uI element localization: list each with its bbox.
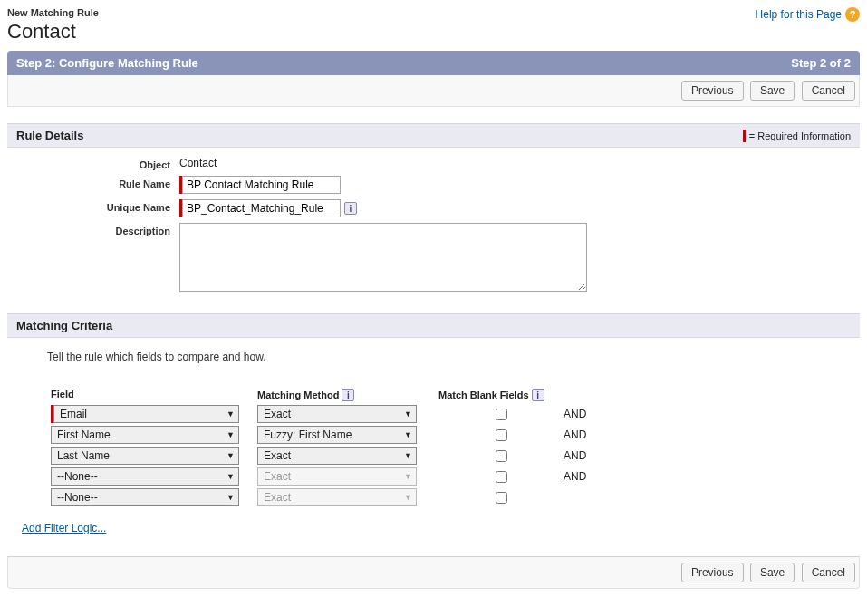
matching-criteria-header: Matching Criteria <box>7 313 860 338</box>
unique-name-label: Unique Name <box>16 199 179 213</box>
required-legend-text: = Required Information <box>749 130 851 141</box>
matching-method-value: Exact <box>264 449 291 462</box>
logic-operator: AND <box>564 408 618 420</box>
criteria-row: --None--▼Exact▼AND <box>51 467 843 486</box>
rule-name-row: Rule Name <box>16 176 851 194</box>
col-field-header: Field <box>51 389 257 401</box>
field-select-value: Last Name <box>57 449 110 462</box>
cancel-button[interactable]: Cancel <box>802 81 855 101</box>
page-header: New Matching Rule Contact Help for this … <box>7 7 860 43</box>
chevron-down-icon: ▼ <box>404 451 412 460</box>
logic-operator: AND <box>564 449 618 462</box>
field-select[interactable]: Last Name▼ <box>51 447 239 465</box>
chevron-down-icon: ▼ <box>404 409 412 419</box>
chevron-down-icon: ▼ <box>226 472 235 481</box>
help-link-label: Help for this Page <box>756 8 842 21</box>
unique-name-input[interactable] <box>182 199 341 217</box>
logic-operator: AND <box>564 428 618 441</box>
field-select-value: --None-- <box>57 470 98 483</box>
col-logic-header <box>564 389 618 401</box>
matching-method-value: Exact <box>264 491 291 504</box>
field-select-value: Email <box>60 408 87 420</box>
rule-details-header: Rule Details = Required Information <box>7 123 860 148</box>
chevron-down-icon: ▼ <box>404 472 412 481</box>
matching-method-select[interactable]: Fuzzy: First Name▼ <box>257 426 417 444</box>
chevron-down-icon: ▼ <box>226 409 235 419</box>
matching-method-select: Exact▼ <box>257 467 417 486</box>
cancel-button[interactable]: Cancel <box>802 563 855 582</box>
matching-method-select: Exact▼ <box>257 488 417 506</box>
chevron-down-icon: ▼ <box>226 451 235 460</box>
criteria-row: First Name▼Fuzzy: First Name▼AND <box>51 426 843 444</box>
matching-method-value: Fuzzy: First Name <box>264 428 352 441</box>
help-link[interactable]: Help for this Page ? <box>756 7 860 22</box>
matching-method-value: Exact <box>264 408 291 420</box>
match-blank-checkbox[interactable] <box>496 471 507 483</box>
chevron-down-icon: ▼ <box>226 493 235 502</box>
field-select-value: First Name <box>57 428 111 441</box>
field-select[interactable]: Email▼ <box>53 405 239 423</box>
step-bar-progress: Step 2 of 2 <box>791 56 851 70</box>
description-label: Description <box>16 223 179 236</box>
step-bar: Step 2: Configure Matching Rule Step 2 o… <box>7 51 860 75</box>
object-row: Object Contact <box>16 157 851 170</box>
button-row-top: Previous Save Cancel <box>7 75 860 107</box>
unique-name-row: Unique Name i <box>16 199 851 217</box>
previous-button[interactable]: Previous <box>681 81 744 101</box>
col-method-header: Matching Method i <box>257 389 438 401</box>
rule-details-title: Rule Details <box>16 129 83 142</box>
rule-details-body: Object Contact Rule Name Unique Name i D… <box>7 148 860 313</box>
criteria-row: Email▼Exact▼AND <box>51 405 843 423</box>
step-bar-title: Step 2: Configure Matching Rule <box>16 56 198 70</box>
matching-criteria-title: Matching Criteria <box>16 319 112 332</box>
col-blank-header: Match Blank Fields i <box>438 389 564 401</box>
chevron-down-icon: ▼ <box>404 430 412 439</box>
matching-criteria-body: Tell the rule which fields to compare an… <box>7 338 860 544</box>
field-select[interactable]: --None--▼ <box>51 467 239 486</box>
rule-name-label: Rule Name <box>16 176 179 189</box>
button-row-bottom: Previous Save Cancel <box>7 556 860 589</box>
page-subtitle: New Matching Rule <box>7 7 99 18</box>
page-header-left: New Matching Rule Contact <box>7 7 99 43</box>
field-select[interactable]: --None--▼ <box>51 488 239 506</box>
criteria-table-head: Field Matching Method i Match Blank Fiel… <box>51 389 843 401</box>
info-icon[interactable]: i <box>344 202 357 215</box>
description-row: Description <box>16 223 851 292</box>
add-filter-logic-link[interactable]: Add Filter Logic... <box>22 522 106 534</box>
previous-button[interactable]: Previous <box>681 563 744 582</box>
match-blank-checkbox[interactable] <box>496 409 507 420</box>
info-icon[interactable]: i <box>342 389 354 401</box>
chevron-down-icon: ▼ <box>404 493 412 502</box>
match-blank-checkbox[interactable] <box>496 429 507 441</box>
field-select[interactable]: First Name▼ <box>51 426 239 444</box>
criteria-row: Last Name▼Exact▼AND <box>51 447 843 465</box>
matching-method-value: Exact <box>264 470 291 483</box>
chevron-down-icon: ▼ <box>226 430 235 439</box>
required-legend: = Required Information <box>743 130 851 142</box>
description-textarea[interactable] <box>179 223 587 292</box>
save-button[interactable]: Save <box>750 563 795 582</box>
help-icon: ? <box>845 7 860 22</box>
object-value: Contact <box>179 157 217 169</box>
page-title: Contact <box>7 20 99 43</box>
match-blank-checkbox[interactable] <box>496 492 507 504</box>
matching-method-select[interactable]: Exact▼ <box>257 447 417 465</box>
save-button[interactable]: Save <box>750 81 795 101</box>
matching-criteria-intro: Tell the rule which fields to compare an… <box>36 351 843 363</box>
criteria-row: --None--▼Exact▼ <box>51 488 843 506</box>
match-blank-checkbox[interactable] <box>496 450 507 462</box>
object-label: Object <box>16 157 179 170</box>
matching-method-select[interactable]: Exact▼ <box>257 405 417 423</box>
field-select-value: --None-- <box>57 491 98 504</box>
required-bar-icon <box>743 130 746 142</box>
criteria-table: Field Matching Method i Match Blank Fiel… <box>36 389 843 506</box>
rule-name-input[interactable] <box>182 176 341 194</box>
logic-operator: AND <box>564 470 618 483</box>
info-icon[interactable]: i <box>532 389 544 401</box>
